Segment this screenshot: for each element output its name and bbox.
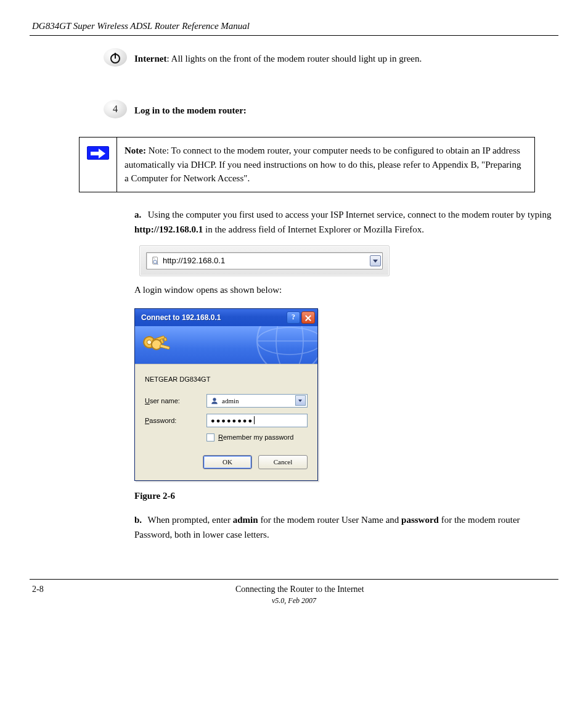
svg-rect-12	[163, 337, 166, 341]
substep-b-label: b.	[134, 512, 145, 527]
password-value-masked: ●●●●●●●●	[211, 417, 253, 424]
substep-a-url: http://192.168.0.1	[134, 224, 203, 234]
address-dropdown[interactable]	[370, 255, 381, 266]
user-icon	[210, 396, 219, 406]
address-field[interactable]: http://192.168.0.1	[146, 252, 383, 269]
substep-b-text1: When prompted, enter	[147, 515, 232, 525]
figure-caption: Figure 2-6	[134, 491, 558, 501]
svg-point-1	[114, 52, 116, 54]
text-caret	[254, 416, 255, 424]
document-page: DG834GT Super Wireless ADSL Router Refer…	[0, 0, 588, 620]
note-box: Note: Note: To connect to the modem rout…	[79, 137, 535, 192]
page-footer: 2-8 Connecting the Router to the Interne…	[30, 579, 558, 594]
dialog-banner	[135, 326, 317, 364]
step-marker-4: 4	[104, 100, 127, 121]
note-arrow-icon	[87, 146, 109, 160]
row-username: User name: admin	[145, 394, 308, 408]
running-header-left: DG834GT Super Wireless ADSL Router Refer…	[32, 21, 250, 31]
dialog-title: Connect to 192.168.0.1	[141, 313, 285, 322]
substep-a-label: a.	[134, 207, 145, 222]
internet-icon	[108, 50, 123, 65]
substep-b-bold2: password	[401, 515, 439, 525]
footer-chapter-title: Connecting the Router to the Internet	[235, 585, 364, 594]
dialog-button-row: OK Cancel	[145, 455, 308, 472]
password-field[interactable]: ●●●●●●●●	[206, 414, 308, 427]
dialog-realm: NETGEAR DG834GT	[145, 376, 308, 383]
substep-a-text1: Using the computer you first used to acc…	[148, 210, 552, 220]
remember-checkbox[interactable]	[206, 433, 214, 441]
note-text: Note: Note: To connect to the modem rout…	[125, 144, 527, 186]
step-internet: Internet: All lights on the front of the…	[30, 52, 558, 74]
substep-a-followup: A login window opens as shown below:	[134, 282, 558, 297]
login-dialog: Connect to 192.168.0.1 ?	[134, 308, 318, 481]
substep-list: a. Using the computer you first used to …	[134, 207, 558, 297]
remember-label: Remember my password	[218, 433, 293, 441]
svg-rect-14	[160, 344, 170, 349]
step-4-title: Log in to the modem router:	[134, 104, 558, 118]
row-remember: Remember my password	[206, 433, 308, 441]
dialog-close-button[interactable]	[301, 311, 315, 324]
password-label: Password:	[145, 417, 206, 424]
dialog-titlebar: Connect to 192.168.0.1 ?	[135, 309, 317, 326]
substep-b: b. When prompted, enter admin for the mo…	[30, 512, 558, 542]
step-4: 4 Log in to the modem router:	[30, 104, 558, 126]
address-text: http://192.168.0.1	[163, 256, 367, 265]
running-header: DG834GT Super Wireless ADSL Router Refer…	[30, 21, 558, 36]
dialog-body: NETGEAR DG834GT User name: admin	[135, 364, 317, 480]
figure-login-dialog-wrap: Connect to 192.168.0.1 ?	[30, 308, 558, 501]
ok-button[interactable]: OK	[203, 455, 252, 469]
keys-icon	[141, 330, 173, 363]
figure-address-bar: http://192.168.0.1	[139, 245, 558, 276]
substep-a-text2: in the address field of Internet Explore…	[203, 224, 424, 234]
page-icon	[150, 256, 160, 266]
footer-version: v5.0, Feb 2007	[30, 594, 558, 605]
svg-point-15	[213, 398, 216, 401]
footer-page-number: 2-8	[32, 585, 44, 594]
username-field[interactable]: admin	[206, 394, 308, 408]
username-dropdown[interactable]	[295, 395, 306, 406]
cancel-button[interactable]: Cancel	[258, 455, 308, 469]
substep-b-bold1: admin	[233, 515, 258, 525]
step-internet-text: Internet: All lights on the front of the…	[134, 52, 558, 66]
substep-b-text2: for the modem router User Name and	[258, 515, 401, 525]
substep-a: a. Using the computer you first used to …	[30, 207, 558, 297]
username-value: admin	[222, 397, 295, 404]
svg-point-6	[276, 326, 303, 364]
step-number-4: 4	[104, 100, 127, 118]
username-label: User name:	[145, 397, 206, 404]
step-marker-internet	[104, 48, 127, 69]
dialog-help-button[interactable]: ?	[287, 311, 300, 324]
row-password: Password: ●●●●●●●●	[145, 414, 308, 427]
